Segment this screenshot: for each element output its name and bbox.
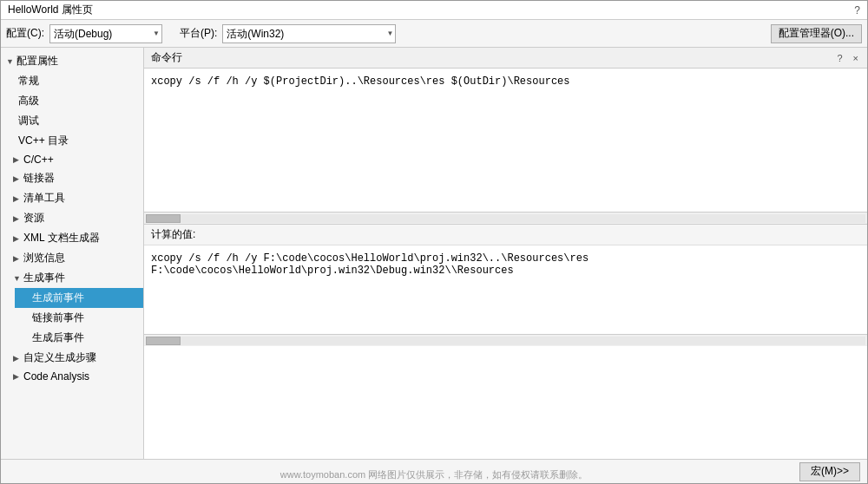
- command-input[interactable]: xcopy /s /f /h /y $(ProjectDir)..\Resour…: [144, 69, 867, 212]
- computed-area: 计算的值: xcopy /s /f /h /y F:\code\cocos\He…: [144, 225, 867, 346]
- sidebar-section-config[interactable]: 配置属性: [1, 51, 143, 71]
- sidebar-label-custom-build: 自定义生成步骤: [23, 350, 96, 365]
- sidebar-children: 常规 高级 调试 VC++ 目录 C/C++ 链接器: [1, 71, 143, 385]
- triangle-browse: [13, 254, 22, 263]
- triangle-resources: [13, 214, 22, 223]
- main-content: 配置属性 常规 高级 调试 VC++ 目录 C/C++: [1, 48, 867, 459]
- title-bar: HelloWorld 属性页 ?: [1, 1, 867, 20]
- computed-scroll-track: [146, 337, 865, 345]
- command-scroll-thumb: [146, 214, 181, 223]
- sidebar-item-browse[interactable]: 浏览信息: [8, 248, 143, 268]
- sidebar-label-general: 常规: [18, 74, 39, 88]
- config-label: 配置(C):: [6, 26, 44, 41]
- sidebar-label-browse: 浏览信息: [23, 251, 65, 265]
- computed-h-scrollbar[interactable]: [144, 334, 867, 346]
- sidebar-item-custom-build[interactable]: 自定义生成步骤: [8, 348, 143, 368]
- computed-header: 计算的值:: [144, 225, 867, 245]
- command-h-scrollbar[interactable]: [144, 212, 867, 224]
- sidebar-item-post-build[interactable]: 生成后事件: [15, 328, 143, 348]
- computed-value-text: xcopy /s /f /h /y F:\code\cocos\HelloWor…: [144, 245, 867, 334]
- sidebar-label-linker: 链接器: [23, 171, 55, 186]
- computed-value: xcopy /s /f /h /y F:\code\cocos\HelloWor…: [151, 252, 589, 277]
- triangle-custom-build: [13, 354, 22, 363]
- macro-btn[interactable]: 宏(M)>>: [799, 462, 860, 481]
- window-help-btn[interactable]: ?: [854, 4, 860, 16]
- sidebar-build-events-children: 生成前事件 链接前事件 生成后事件: [8, 288, 143, 348]
- sidebar-label-resources: 资源: [23, 211, 44, 226]
- right-panel: 命令行 ? × xcopy /s /f /h /y $(ProjectDir).…: [144, 48, 867, 459]
- sidebar-label-manifest: 清单工具: [23, 191, 65, 206]
- triangle-manifest: [13, 194, 22, 203]
- sidebar-label-code-analysis: Code Analysis: [23, 370, 89, 383]
- sidebar-item-pre-link[interactable]: 链接前事件: [15, 308, 143, 328]
- sidebar-item-build-events[interactable]: 生成事件: [8, 268, 143, 288]
- command-panel-help-btn[interactable]: ?: [835, 53, 844, 63]
- sidebar-config-label: 配置属性: [16, 54, 58, 69]
- sidebar-item-vcdirs[interactable]: VC++ 目录: [8, 131, 143, 151]
- sidebar-label-cpp: C/C++: [23, 154, 54, 166]
- toolbar: 配置(C): 活动(Debug) Debug Release 平台(P): 活动…: [1, 20, 867, 48]
- sidebar-label-post-build: 生成后事件: [32, 330, 84, 345]
- sidebar-item-general[interactable]: 常规: [8, 71, 143, 91]
- sidebar-item-xmldoc[interactable]: XML 文档生成器: [8, 228, 143, 248]
- sidebar-item-manifest[interactable]: 清单工具: [8, 188, 143, 208]
- sidebar-label-vcdirs: VC++ 目录: [18, 134, 69, 148]
- config-manager-btn[interactable]: 配置管理器(O)...: [771, 24, 862, 43]
- config-select[interactable]: 活动(Debug) Debug Release: [49, 24, 162, 43]
- bottom-bar: 宏(M)>>: [1, 459, 867, 483]
- computed-scroll-thumb: [146, 337, 181, 345]
- sidebar-label-build-events: 生成事件: [23, 271, 65, 285]
- sidebar-label-pre-build: 生成前事件: [32, 291, 84, 305]
- command-text-area: xcopy /s /f /h /y $(ProjectDir)..\Resour…: [144, 69, 867, 225]
- command-scroll-track: [146, 214, 865, 223]
- platform-label: 平台(P):: [180, 26, 217, 41]
- sidebar-item-code-analysis[interactable]: Code Analysis: [8, 368, 143, 385]
- panel-header-actions: ? ×: [835, 53, 860, 63]
- platform-select-wrapper[interactable]: 活动(Win32) Win32 x64: [222, 24, 396, 43]
- sidebar-item-debug[interactable]: 调试: [8, 111, 143, 131]
- sidebar-label-xmldoc: XML 文档生成器: [23, 231, 100, 245]
- command-panel-header: 命令行 ? ×: [144, 48, 867, 69]
- command-panel-title: 命令行: [151, 50, 182, 65]
- sidebar-label-advanced: 高级: [18, 94, 39, 108]
- window-title: HelloWorld 属性页: [8, 3, 93, 17]
- sidebar-item-linker[interactable]: 链接器: [8, 168, 143, 188]
- platform-select[interactable]: 活动(Win32) Win32 x64: [222, 24, 396, 43]
- triangle-code-analysis: [13, 372, 22, 381]
- triangle-linker: [13, 174, 22, 183]
- sidebar: 配置属性 常规 高级 调试 VC++ 目录 C/C++: [1, 48, 144, 459]
- triangle-cpp: [13, 155, 22, 164]
- sidebar-item-pre-build[interactable]: 生成前事件: [15, 288, 143, 308]
- config-select-wrapper[interactable]: 活动(Debug) Debug Release: [49, 24, 162, 43]
- triangle-build-events: [13, 274, 22, 283]
- triangle-xmldoc: [13, 234, 22, 243]
- sidebar-item-resources[interactable]: 资源: [8, 208, 143, 228]
- sidebar-item-advanced[interactable]: 高级: [8, 91, 143, 111]
- triangle-config: [6, 57, 15, 66]
- computed-label: 计算的值:: [151, 228, 195, 240]
- sidebar-label-pre-link: 链接前事件: [32, 311, 84, 325]
- command-panel-close-btn[interactable]: ×: [852, 53, 860, 63]
- sidebar-label-debug: 调试: [18, 114, 39, 128]
- sidebar-item-cpp[interactable]: C/C++: [8, 151, 143, 168]
